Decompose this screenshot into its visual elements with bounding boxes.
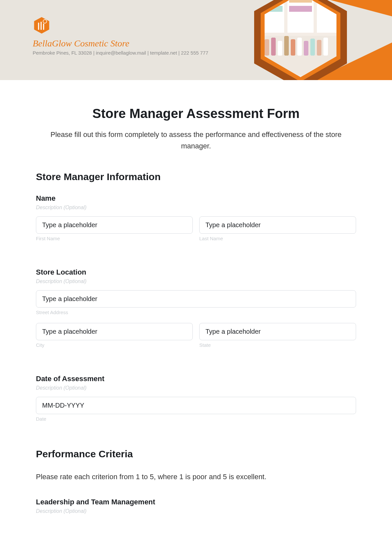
header-banner: BellaGlow Cosmetic Store Pembroke Pines,… — [0, 0, 392, 80]
first-name-sublabel: First Name — [36, 236, 193, 241]
state-sublabel: State — [199, 342, 356, 348]
city-input[interactable] — [36, 323, 193, 340]
street-sublabel: Street Address — [36, 310, 356, 315]
svg-rect-3 — [43, 24, 44, 30]
section-heading-performance: Performance Criteria — [36, 448, 356, 460]
page-intro: Please fill out this form completely to … — [46, 129, 346, 152]
field-group-location: Store Location Description (Optional) St… — [36, 268, 356, 354]
brand-name: BellaGlow Cosmetic Store — [33, 38, 359, 49]
state-input[interactable] — [199, 323, 356, 340]
svg-rect-17 — [289, 6, 312, 12]
page-title: Store Manager Assessment Form — [36, 106, 356, 121]
brand-contact: Pembroke Pines, FL 33028 | inquire@bella… — [33, 50, 359, 56]
date-sublabel: Date — [36, 416, 356, 422]
date-input[interactable] — [36, 397, 356, 414]
field-group-name: Name Description (Optional) First Name L… — [36, 194, 356, 247]
field-desc-location: Description (Optional) — [36, 278, 356, 284]
section-heading-manager-info: Store Manager Information — [36, 171, 356, 182]
field-label-date: Date of Assessment — [36, 375, 356, 383]
first-name-input[interactable] — [36, 216, 193, 234]
field-desc-name: Description (Optional) — [36, 205, 356, 211]
field-label-name: Name — [36, 194, 356, 203]
svg-rect-2 — [41, 22, 41, 30]
performance-intro: Please rate each criterion from 1 to 5, … — [36, 471, 356, 482]
criterion-leadership-desc: Description (Optional) — [36, 508, 356, 514]
city-sublabel: City — [36, 342, 193, 348]
last-name-sublabel: Last Name — [199, 236, 356, 241]
field-label-location: Store Location — [36, 268, 356, 277]
svg-rect-16 — [289, 0, 312, 3]
field-group-date: Date of Assessment Description (Optional… — [36, 375, 356, 428]
brand-logo-icon — [33, 16, 51, 34]
last-name-input[interactable] — [199, 216, 356, 234]
field-desc-date: Description (Optional) — [36, 385, 356, 391]
street-input[interactable] — [36, 290, 356, 308]
svg-rect-1 — [38, 23, 39, 30]
criterion-leadership-label: Leadership and Team Management — [36, 498, 356, 506]
